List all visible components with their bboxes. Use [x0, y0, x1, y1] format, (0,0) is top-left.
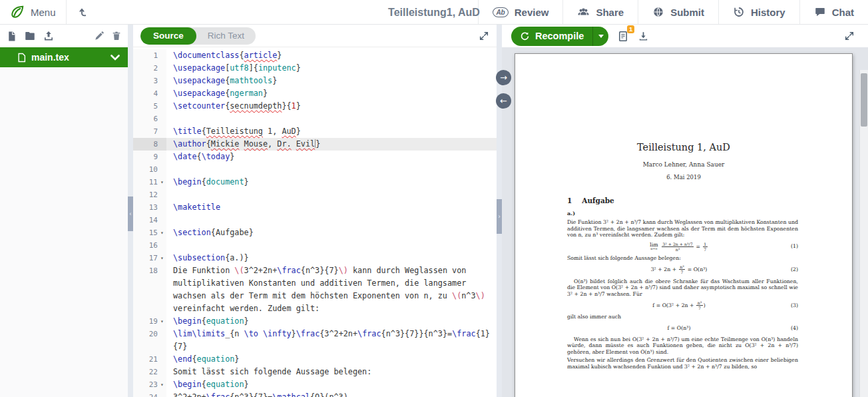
- code-line[interactable]: 10: [133, 163, 497, 176]
- code-line-text[interactable]: Die Funktion \(3^2+2n+\frac{n^3}{7}\) ka…: [166, 264, 497, 315]
- line-number-gutter[interactable]: 17▾: [133, 252, 166, 264]
- code-line-text[interactable]: \usepackage[utf8]{inputenc}: [166, 62, 497, 75]
- code-line[interactable]: 1\documentclass{article}: [133, 49, 497, 62]
- line-number-gutter[interactable]: 24: [133, 391, 166, 397]
- code-line-text[interactable]: \maketitle: [166, 201, 497, 214]
- pdf-scrollbar[interactable]: [859, 70, 868, 397]
- code-line-text[interactable]: \date{\today}: [166, 151, 497, 163]
- fold-caret-icon[interactable]: ▾: [158, 252, 166, 264]
- code-line-text[interactable]: \begin{equation}: [166, 378, 497, 391]
- code-line-text[interactable]: [166, 163, 497, 176]
- line-number-gutter[interactable]: 19▾: [133, 315, 166, 328]
- line-number-gutter[interactable]: 5: [133, 100, 166, 113]
- recompile-options-button[interactable]: [592, 27, 608, 46]
- code-line-text[interactable]: [166, 189, 497, 201]
- recompile-button[interactable]: Recompile: [511, 27, 592, 46]
- fold-caret-icon[interactable]: ▾: [158, 315, 166, 328]
- collapse-pdf-button[interactable]: ←: [496, 93, 511, 109]
- file-tree-resizer-handle[interactable]: ‹: [128, 197, 133, 231]
- code-line[interactable]: 4\usepackage{ngerman}: [133, 87, 497, 100]
- code-line[interactable]: 18Die Funktion \(3^2+2n+\frac{n^3}{7}\) …: [133, 264, 497, 315]
- line-number-gutter[interactable]: 8: [133, 138, 166, 151]
- code-line[interactable]: 17▾\subsection{a.)}: [133, 252, 497, 264]
- chat-button[interactable]: Chat: [799, 0, 868, 24]
- fold-caret-icon[interactable]: ▾: [158, 378, 166, 391]
- code-line-text[interactable]: [166, 214, 497, 226]
- new-file-button[interactable]: [6, 31, 17, 42]
- line-number-gutter[interactable]: 12: [133, 189, 166, 201]
- line-number-gutter[interactable]: 20: [133, 328, 166, 353]
- fold-caret-icon[interactable]: ▾: [158, 176, 166, 189]
- pdf-resizer-handle[interactable]: ›: [497, 199, 502, 234]
- code-line[interactable]: 13\maketitle: [133, 201, 497, 214]
- code-line-text[interactable]: \title{Teilleistung 1, AuD}: [166, 125, 497, 138]
- line-number-gutter[interactable]: 6: [133, 113, 166, 125]
- file-item-main-tex[interactable]: main.tex: [0, 47, 128, 67]
- line-number-gutter[interactable]: 14: [133, 214, 166, 226]
- code-line[interactable]: 12: [133, 189, 497, 201]
- code-line-text[interactable]: \usepackage{mathtools}: [166, 75, 497, 87]
- submit-button[interactable]: Submit: [638, 0, 718, 24]
- new-folder-button[interactable]: [24, 30, 36, 42]
- line-number-gutter[interactable]: 23▾: [133, 378, 166, 391]
- code-line-text[interactable]: \begin{equation}: [166, 315, 497, 328]
- code-line[interactable]: 9\date{\today}: [133, 151, 497, 163]
- code-line[interactable]: 3\usepackage{mathtools}: [133, 75, 497, 87]
- code-line-text[interactable]: \section{Aufgabe}: [166, 226, 497, 239]
- fold-caret-icon[interactable]: ▾: [158, 226, 166, 239]
- code-line[interactable]: 16: [133, 239, 497, 252]
- code-line-text[interactable]: \subsection{a.)}: [166, 252, 497, 264]
- code-line[interactable]: 5\setcounter{secnumdepth}{1}: [133, 100, 497, 113]
- code-line-text[interactable]: \usepackage{ngerman}: [166, 87, 497, 100]
- history-button[interactable]: History: [718, 0, 799, 24]
- code-line[interactable]: 7\title{Teilleistung 1, AuD}: [133, 125, 497, 138]
- code-editor[interactable]: 1\documentclass{article}2\usepackage[utf…: [133, 47, 497, 397]
- line-number-gutter[interactable]: 13: [133, 201, 166, 214]
- line-number-gutter[interactable]: 7: [133, 125, 166, 138]
- pdf-fullscreen-icon[interactable]: [844, 31, 855, 41]
- line-number-gutter[interactable]: 22: [133, 366, 166, 378]
- code-line[interactable]: 8\author{Mickie Mouse, Dr. Evil}: [133, 138, 497, 151]
- editor-fullscreen-icon[interactable]: [479, 31, 489, 41]
- line-number-gutter[interactable]: 18: [133, 264, 166, 315]
- download-pdf-button[interactable]: [638, 31, 649, 42]
- code-line[interactable]: 20\lim\limits_{n \to \infty}\frac{3^2+2n…: [133, 328, 497, 353]
- code-line-text[interactable]: \lim\limits_{n \to \infty}\frac{3^2+2n+\…: [166, 328, 497, 353]
- code-line-text[interactable]: Somit lässt sich folgende Aussage belege…: [166, 366, 497, 378]
- code-line[interactable]: 243^2+2n+\frac{n^3}{7}=\mathcal{O}(n^3): [133, 391, 497, 397]
- code-line[interactable]: 23▾\begin{equation}: [133, 378, 497, 391]
- code-line-text[interactable]: \documentclass{article}: [166, 49, 497, 62]
- line-number-gutter[interactable]: 2: [133, 62, 166, 75]
- pdf-viewer[interactable]: Teilleistung 1, AuD Marco Lehner, Anna S…: [502, 47, 868, 397]
- collapse-editor-button[interactable]: →: [496, 70, 511, 85]
- logs-button[interactable]: 1: [617, 30, 629, 43]
- code-line[interactable]: 19▾\begin{equation}: [133, 315, 497, 328]
- delete-trash-button[interactable]: [111, 31, 122, 41]
- pdf-scrollbar-thumb[interactable]: [861, 73, 867, 127]
- line-number-gutter[interactable]: 4: [133, 87, 166, 100]
- upload-file-button[interactable]: [43, 30, 55, 42]
- line-number-gutter[interactable]: 3: [133, 75, 166, 87]
- code-line-text[interactable]: \setcounter{secnumdepth}{1}: [166, 100, 497, 113]
- share-button[interactable]: Share: [562, 0, 638, 24]
- line-number-gutter[interactable]: 21: [133, 353, 166, 366]
- line-number-gutter[interactable]: 15▾: [133, 226, 166, 239]
- code-line[interactable]: 14: [133, 214, 497, 226]
- code-line-text[interactable]: \begin{document}: [166, 176, 497, 189]
- chevron-down-icon[interactable]: [110, 55, 120, 61]
- code-line[interactable]: 21\end{equation}: [133, 353, 497, 366]
- code-line-text[interactable]: [166, 113, 497, 125]
- code-line-text[interactable]: 3^2+2n+\frac{n^3}{7}=\mathcal{O}(n^3): [166, 391, 497, 397]
- code-line-text[interactable]: \author{Mickie Mouse, Dr. Evil}: [166, 138, 497, 151]
- menu-button[interactable]: Menu: [0, 0, 66, 24]
- line-number-gutter[interactable]: 11▾: [133, 176, 166, 189]
- line-number-gutter[interactable]: 16: [133, 239, 166, 252]
- rename-pencil-button[interactable]: [94, 31, 105, 41]
- line-number-gutter[interactable]: 1: [133, 49, 166, 62]
- code-line[interactable]: 22Somit lässt sich folgende Aussage bele…: [133, 366, 497, 378]
- file-tree-resizer[interactable]: ‹: [128, 25, 133, 397]
- code-line[interactable]: 2\usepackage[utf8]{inputenc}: [133, 62, 497, 75]
- code-line-text[interactable]: [166, 239, 497, 252]
- source-tab[interactable]: Source: [140, 27, 196, 45]
- code-line[interactable]: 11▾\begin{document}: [133, 176, 497, 189]
